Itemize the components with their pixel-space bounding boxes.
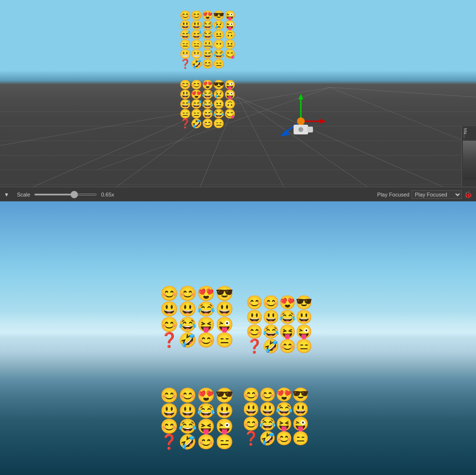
bug-icon[interactable]: 🐞 [464,191,472,198]
svg-point-22 [297,117,305,125]
horizon-line [0,327,476,329]
layout-dropdown[interactable]: ▼ [4,192,9,197]
scene-gizmo [269,90,332,153]
game-emoji-group-1: 😊😊😍😎 😃😃😂😃 😊😂😝😜 ❓🤣😊😑 [160,286,233,347]
dropdown-arrow-icon: ▼ [4,192,9,197]
scene-background [0,0,476,201]
svg-rect-24 [307,127,313,132]
game-emoji-group-3: 😊😊😍😎 😃😃😂😃 😊😂😝😜 ❓🤣😊😑 [160,388,233,449]
side-panel: Ma... [461,126,476,189]
svg-marker-19 [320,119,326,124]
emoji-group-back-top: 😊😊😍😎😜 😃😃😂😢😜 😅😅😂😐🙃 😑😑🤐😶😐 😬😬😅😂😋 ❓🤣😊😑 [180,11,235,68]
svg-point-25 [298,127,303,132]
scale-value: 0.65x [101,192,118,197]
scene-viewport: 😊😊😍😎😜 😃😃😂😢😜 😅😅😂😐🙃 😑😑🤐😶😐 😬😬😅😂😋 ❓🤣😊😑 😊😊😍😎😜… [0,0,476,201]
scale-label: Scale [17,192,31,197]
play-focused-label: Play Focused [377,192,410,197]
play-focused-area: Play Focused Play Focused Play Maximized… [377,190,472,199]
emoji-group-front-mid: 😊😊😍😎😜 😃😍😂😢😜 😅😅😂😐🙃 😑😑😅😂😋 ❓🤣😊😑 [180,80,235,128]
game-background [0,201,476,475]
scale-slider[interactable] [34,194,97,196]
play-focused-dropdown[interactable]: Play Focused Play Maximized Play Unfocus… [411,190,462,199]
game-viewport: 😊😊😍😎 😃😃😂😃 😊😂😝😜 ❓🤣😊😑 😊😊😍😎 😃😃😂😃 😊😂😝😜 ❓🤣😊😑 … [0,201,476,475]
game-emoji-group-4: 😊😊😍😎 😃😃😂😃 😊😂😝😜 ❓🤣😊😑 [243,388,308,445]
game-emoji-group-2: 😊😊😍😎 😃😃😂😃 😊😂😝😜 ❓🤣😊😑 [246,296,311,353]
svg-marker-17 [298,94,303,99]
scene-toolbar: ▼ Scale 0.65x Play Focused Play Focused … [0,187,476,201]
